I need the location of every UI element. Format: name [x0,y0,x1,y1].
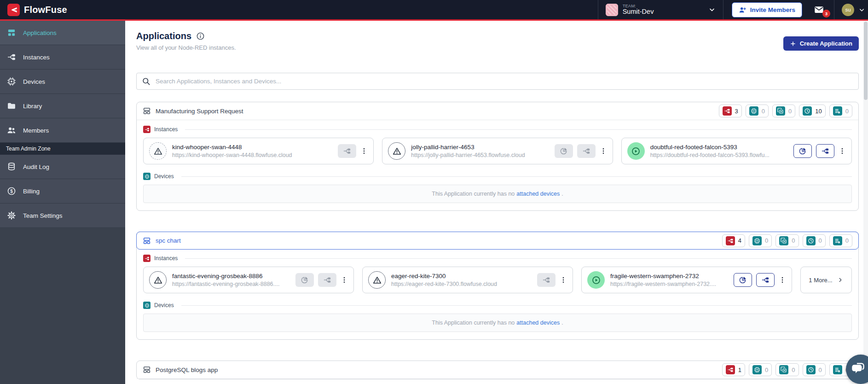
scrollbar[interactable] [863,21,868,384]
application-header[interactable]: Manufacturing Support Request300100 [137,102,858,120]
notifications-button[interactable]: 3 [810,0,834,19]
kebab-menu-button[interactable] [839,145,846,157]
device-icon [752,365,762,374]
devices-empty-text: This Application currently has no [432,320,515,326]
devices-icon [7,77,16,86]
section-label-text: Devices [154,173,174,180]
instance-tile[interactable]: fantastic-evening-grosbeak-8886https://f… [143,267,354,293]
sidebar-item-devices[interactable]: Devices [0,70,125,94]
kebab-menu-button[interactable] [360,145,368,157]
section-label-text: Devices [154,302,174,308]
instances-icon [143,126,150,133]
open-editor-button[interactable] [338,144,356,158]
stat-count: 0 [819,237,822,244]
devices-empty-text: . [561,191,563,197]
brand[interactable]: FlowFuse [0,4,75,16]
sidebar-item-members[interactable]: Members [0,118,125,143]
instance-tile[interactable]: jolly-pallid-harrier-4653https://jolly-p… [382,138,613,164]
instance-tile[interactable]: kind-whooper-swan-4448https://kind-whoop… [143,138,374,164]
stat-count: 1 [738,367,741,373]
svg-text:$: $ [10,189,13,194]
scrollbar-thumb[interactable] [864,22,868,100]
sidebar-item-label: Instances [23,54,50,61]
open-editor-button[interactable] [537,273,556,287]
billing-icon: $ [7,186,16,196]
info-icon[interactable] [196,32,205,41]
more-instances-label: 1 More... [809,277,832,284]
application-stats: 300100 [719,105,852,117]
instances-icon [7,52,16,62]
sidebar-item-applications[interactable]: Applications [0,21,125,45]
devices-section-label: Devices [143,302,852,309]
stat-badge-instances: 1 [722,363,745,376]
device-icon [143,173,150,180]
instance-tile[interactable]: eager-red-kite-7300https://eager-red-kit… [362,267,573,293]
stat-count: 4 [738,237,741,244]
application-header[interactable]: PostgreSQL blogs app10000 [137,361,858,379]
team-name: Sumit-Dev [623,8,654,16]
application-name: PostgreSQL blogs app [156,367,218,373]
open-editor-button[interactable] [816,144,834,158]
open-dashboard-button[interactable] [734,273,752,287]
library-icon [7,101,16,111]
devices-empty-text: . [561,320,563,326]
section-label-text: Instances [154,255,178,262]
stat-count: 0 [788,108,792,115]
application-stats: 10000 [722,363,852,376]
brand-name: FlowFuse [24,5,67,15]
instances-section-label: Instances [143,255,852,262]
user-menu[interactable]: su [834,0,868,19]
chevron-right-icon [837,277,844,283]
instance-url: https://jolly-pallid-harrier-4653.flowfu… [411,152,549,158]
team-selector[interactable]: TEAM: Sumit-Dev [598,0,723,19]
pipelines-icon [833,365,842,374]
search-input[interactable] [155,77,853,85]
stat-count: 0 [792,237,795,244]
kebab-menu-button[interactable] [600,145,607,157]
stat-badge-device: 0 [749,234,772,247]
sidebar-item-instances[interactable]: Instances [0,45,125,70]
open-dashboard-button[interactable] [793,144,812,158]
instance-status-warning-icon [368,271,386,289]
open-editor-button[interactable] [756,273,775,287]
sidebar-item-library[interactable]: Library [0,94,125,118]
person-plus-icon [739,6,746,14]
instance-url: https://fragile-western-swamphen-2732...… [610,281,728,287]
kebab-menu-button[interactable] [560,274,567,286]
sidebar-item-team-settings[interactable]: Team Settings [0,204,125,228]
applications-outline-icon [143,366,151,374]
instances-icon [726,236,735,245]
instance-tile[interactable]: doubtful-red-footed-falcon-5393https://d… [621,138,852,164]
attached-devices-link[interactable]: attached devices [516,191,560,197]
application-header[interactable]: spc chart40000 [136,232,859,250]
instances-icon [723,106,732,116]
sidebar-item-audit-log[interactable]: Audit Log [0,155,125,179]
sidebar-item-billing[interactable]: $Billing [0,179,125,204]
attached-devices-link[interactable]: attached devices [516,320,560,326]
instance-tile[interactable]: fragile-western-swamphen-2732https://fra… [581,267,792,293]
kebab-menu-button[interactable] [779,274,786,286]
invite-members-button[interactable]: Invite Members [732,2,802,17]
clock-icon [806,365,816,374]
sidebar-item-label: Audit Log [23,163,49,170]
devices-empty-text: This Application currently has no [432,191,515,197]
open-dashboard-button[interactable] [555,144,573,158]
stat-badge-device: 0 [746,105,769,117]
open-editor-button[interactable] [318,273,336,287]
stat-badge-clock: 0 [803,363,826,376]
user-avatar: su [842,4,854,16]
instance-status-warning-icon [149,271,167,289]
open-dashboard-button[interactable] [295,273,314,287]
chevron-down-icon [858,6,865,13]
instance-name: fragile-western-swamphen-2732 [610,273,728,279]
create-application-button[interactable]: Create Application [783,36,859,51]
kebab-menu-button[interactable] [341,274,348,286]
search-bar [136,73,859,90]
application-stats: 40000 [722,234,852,247]
more-instances-button[interactable]: 1 More... [800,267,852,293]
instance-name: eager-red-kite-7300 [391,273,532,279]
open-editor-button[interactable] [577,144,596,158]
main-content: Applications View all of your Node-RED i… [125,21,868,384]
sidebar-item-label: Members [23,127,49,134]
top-navbar: FlowFuse TEAM: Sumit-Dev Invite Members [0,0,868,21]
